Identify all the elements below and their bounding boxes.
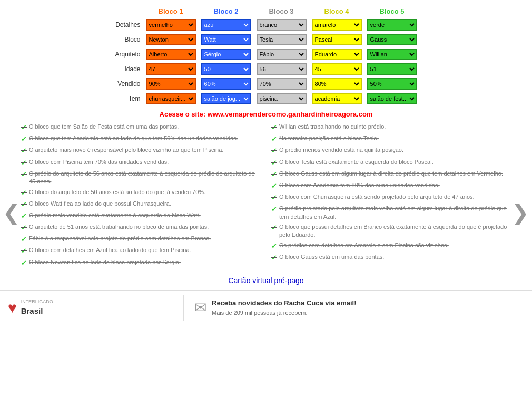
check-icon-8: ✔ [21,211,27,221]
check-icon-r4: ✔ [271,158,277,168]
bloco1-bloco-select[interactable]: NewtonWattTeslaPascalGauss [146,34,196,45]
clue-right-10: ✔ Os prédios com detalhes em Amarelo e c… [271,241,511,252]
bloco5-tem-select[interactable]: salão de fest...churrasqueir...salão de … [367,93,417,104]
clue-right-2: ✔ Na terceira posição está o bloco Tesla… [271,134,511,144]
check-icon-3: ✔ [21,146,27,156]
bloco2-header: Bloco 2 [199,5,254,17]
clue-left-4: ✔ O bloco com Piscina tem 70% das unidad… [21,158,261,168]
clue-right-1: ✔ Willian está trabalhando no quinto pré… [271,122,511,133]
clue-left-7: ✔ O bloco Watt fica ao lado do que possu… [21,199,261,210]
bloco3-bloco-select[interactable]: TeslaNewtonWattPascalGauss [257,34,307,45]
bloco3-detalhes-select[interactable]: brancovermelhoazulamareloverde [257,19,307,31]
check-icon-1: ✔ [21,123,27,132]
arquiteto-label: Arquiteto [112,47,143,62]
email-title: Receba novidades do Racha Cuca via email… [212,298,357,309]
heart-icon: ♥ [8,299,17,316]
bloco1-vendido-select[interactable]: 90%60%70%80%50% [146,78,196,90]
check-icon-11: ✔ [21,246,27,256]
bloco2-bloco-select[interactable]: WattNewtonTeslaPascalGauss [201,34,251,45]
nav-left-arrow[interactable]: ❮ [3,200,21,225]
clue-left-8: ✔ O prédio mais vendido está exatamente … [21,211,261,221]
check-icon-r11: ✔ [271,253,277,263]
footer-right: ✉ Receba novidades do Racha Cuca via ema… [194,298,524,318]
email-icon: ✉ [194,299,206,316]
clue-right-8: ✔ O prédio projetado pelo arquiteto mais… [271,204,511,221]
bloco3-vendido-select[interactable]: 70%90%60%80%50% [257,78,307,90]
bloco3-idade-select[interactable]: 5647504551 [257,63,307,75]
footer-divider [183,295,184,321]
idade-label: Idade [112,62,143,76]
footer: ♥ INTERLIGADO Brasil ✉ Receba novidades … [0,290,532,325]
clue-left-2: ✔ O bloco que tem Academia está ao lado … [21,134,261,144]
clue-right-5: ✔ O bloco Gauss está em algum lugar à di… [271,169,511,180]
check-icon-4: ✔ [21,158,27,168]
clue-right-9: ✔ O bloco que possui detalhes em Branco … [271,223,511,240]
check-icon-2: ✔ [21,134,27,144]
clue-left-1: ✔ O bloco que tem Salão de Festa está em… [21,122,261,133]
bloco1-detalhes-select[interactable]: vermelhoazulbrancoamareloverde [146,19,196,31]
clue-right-11: ✔ O bloco Gauss está em uma das pontas. [271,253,511,263]
clues-left-column: ✔ O bloco que tem Salão de Festa está em… [21,122,261,268]
bloco4-bloco-select[interactable]: PascalNewtonWattTeslaGauss [312,34,362,45]
check-icon-9: ✔ [21,223,27,233]
footer-left: ♥ INTERLIGADO Brasil [8,298,173,317]
bloco-label: Bloco [112,32,143,47]
bloco1-tem-select[interactable]: churrasqueir...salão de jog...piscinaaca… [146,93,196,104]
bloco3-arquiteto-select[interactable]: FábioAlbertoSérgioEduardoWillian [257,49,307,60]
clue-right-7: ✔ O bloco com Churrasqueira está sendo p… [271,192,511,203]
bloco4-detalhes-select[interactable]: amarelovermelhoazulbrancoverde [312,19,362,31]
clue-left-9: ✔ O arquiteto de 51 anos está trabalhand… [21,223,261,233]
bloco1-idade-select[interactable]: 4750564551 [146,63,196,75]
bloco5-idade-select[interactable]: 5147505645 [367,63,417,75]
bloco2-tem-select[interactable]: salão de jog...churrasqueir...piscinaaca… [201,93,251,104]
bloco2-vendido-select[interactable]: 60%90%70%80%50% [201,78,251,90]
bloco4-arquiteto-select[interactable]: EduardoAlbertoSérgioFábioWillian [312,49,362,60]
clue-left-5: ✔ O prédio do arquiteto de 56 anos está … [21,169,261,187]
email-subtitle: Mais de 209 mil pessoas já recebem. [212,308,357,318]
check-icon-r3: ✔ [271,146,277,156]
promo-url[interactable]: www.vemaprendercomo.ganhardinheiroagora.… [208,110,373,118]
check-icon-r8: ✔ [271,205,277,214]
bloco5-vendido-select[interactable]: 50%90%60%70%80% [367,78,417,90]
clue-left-12: ✔ O bloco Newton fica ao lado do bloco p… [21,258,261,268]
check-icon-r5: ✔ [271,170,277,179]
bloco2-detalhes-select[interactable]: azulvermelhobrancoamareloverde [201,19,251,31]
brasil-label: Brasil [21,305,53,317]
bloco4-idade-select[interactable]: 4547505651 [312,63,362,75]
detalhes-label: Detalhes [112,17,143,32]
clue-right-6: ✔ O bloco com Academia tem 80% das suas … [271,181,511,191]
bloco5-detalhes-select[interactable]: verdevermelhoazulbrancoamarelo [367,19,417,31]
clue-right-4: ✔ O bloco Tesla está exatamente à esquer… [271,158,511,168]
interligado-label: INTERLIGADO [21,298,53,306]
nav-right-arrow[interactable]: ❯ [511,200,529,225]
bloco1-arquiteto-select[interactable]: AlbertoSérgioFábioEduardoWillian [146,49,196,60]
bloco1-header: Bloco 1 [143,5,199,17]
check-icon-10: ✔ [21,235,27,244]
bloco3-tem-select[interactable]: piscinachurrasqueir...salão de jog...aca… [257,93,307,104]
check-icon-r1: ✔ [271,123,277,132]
check-icon-12: ✔ [21,258,27,268]
clue-left-11: ✔ O bloco com detalhes em Azul fica ao l… [21,246,261,256]
clue-left-10: ✔ Fábio é o responsável pelo projeto do … [21,234,261,245]
clues-right-column: ✔ Willian está trabalhando no quinto pré… [271,122,511,268]
check-icon-6: ✔ [21,188,27,198]
tem-label: Tem [112,91,143,106]
bloco5-arquiteto-select[interactable]: WillianAlbertoSérgioFábioEduardo [367,49,417,60]
bloco4-tem-select[interactable]: academiachurrasqueir...salão de jog...pi… [312,93,362,104]
check-icon-7: ✔ [21,200,27,209]
vendido-label: Vendido [112,76,143,91]
check-icon-r10: ✔ [271,241,277,251]
check-icon-r6: ✔ [271,181,277,191]
check-icon-5: ✔ [21,170,27,179]
bloco5-bloco-select[interactable]: GaussNewtonWattTeslaPascal [367,34,417,45]
bloco4-vendido-select[interactable]: 80%90%60%70%50% [312,78,362,90]
bottom-link[interactable]: Cartão virtual pré-pago [228,276,303,285]
check-icon-r7: ✔ [271,193,277,202]
clue-right-3: ✔ O prédio menos vendido está na quinta … [271,146,511,156]
check-icon-r9: ✔ [271,223,277,233]
promo-banner: Acesse o site: www.vemaprendercomo.ganha… [0,109,532,120]
clue-left-3: ✔ O arquiteto mais novo é responsável pe… [21,146,261,156]
clue-left-6: ✔ O bloco do arquiteto de 50 anos está a… [21,188,261,198]
bloco2-idade-select[interactable]: 5047564551 [201,63,251,75]
bloco2-arquiteto-select[interactable]: SérgioAlbertoFábioEduardoWillian [201,49,251,60]
